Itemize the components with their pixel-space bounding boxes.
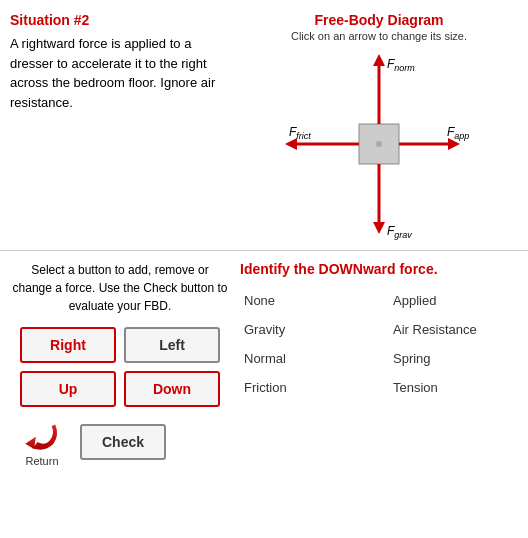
option-air-resistance[interactable]: Air Resistance (389, 320, 518, 339)
fbd-center-dot (376, 141, 382, 147)
option-none[interactable]: None (240, 291, 369, 310)
bottom-controls-row: Return Check (10, 417, 230, 467)
fbd-title: Free-Body Diagram (314, 12, 443, 28)
option-spring[interactable]: Spring (389, 349, 518, 368)
return-icon (20, 417, 64, 453)
fnorm-label: Fnorm (387, 57, 415, 73)
up-button[interactable]: Up (20, 371, 116, 407)
fbd-diagram: Fnorm Fgrav Fapp Ffrict (269, 50, 489, 240)
controls-instructions: Select a button to add, remove or change… (10, 261, 230, 315)
ffrict-label: Ffrict (289, 125, 311, 141)
fbd-subtitle: Click on an arrow to change its size. (291, 30, 467, 42)
fgrav-arrow-head[interactable] (373, 222, 385, 234)
return-button[interactable]: Return (20, 417, 64, 467)
option-gravity[interactable]: Gravity (240, 320, 369, 339)
fgrav-label: Fgrav (387, 224, 412, 240)
option-normal[interactable]: Normal (240, 349, 369, 368)
identify-title: Identify the DOWNward force. (240, 261, 518, 277)
svg-marker-0 (25, 437, 36, 449)
check-button[interactable]: Check (80, 424, 166, 460)
situation-title: Situation #2 (10, 12, 230, 28)
option-tension[interactable]: Tension (389, 378, 518, 397)
force-options-grid: None Applied Gravity Air Resistance Norm… (240, 291, 518, 397)
return-label: Return (25, 455, 58, 467)
down-button[interactable]: Down (124, 371, 220, 407)
ffrict-arrow-head[interactable] (285, 138, 297, 150)
force-button-grid: Right Left Up Down (10, 327, 230, 407)
fapp-label: Fapp (447, 125, 469, 141)
situation-description: A rightward force is applied to a dresse… (10, 34, 230, 112)
option-friction[interactable]: Friction (240, 378, 369, 397)
right-button[interactable]: Right (20, 327, 116, 363)
option-applied[interactable]: Applied (389, 291, 518, 310)
fnorm-arrow-head[interactable] (373, 54, 385, 66)
left-button[interactable]: Left (124, 327, 220, 363)
